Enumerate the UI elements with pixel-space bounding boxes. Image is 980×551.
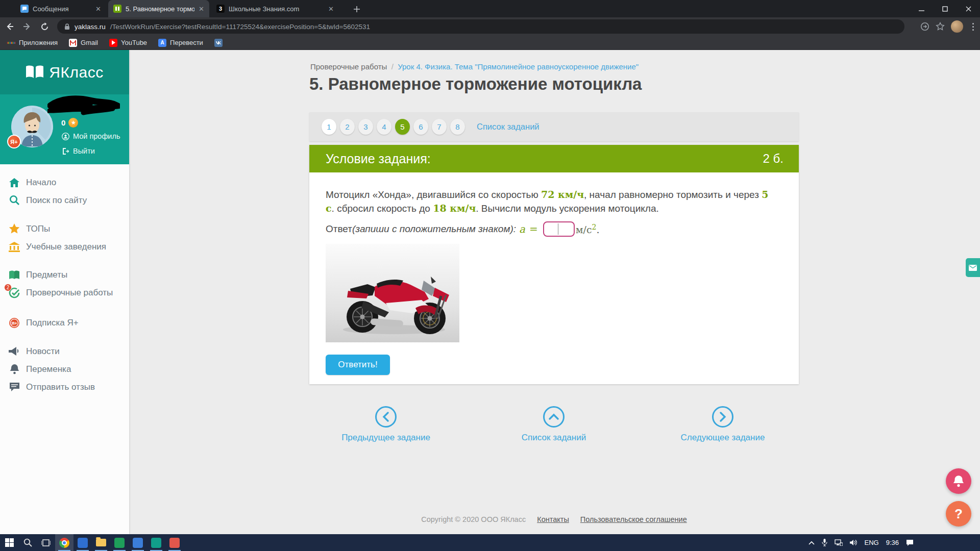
translate-icon: A: [158, 39, 166, 47]
taskbar-app-icon-6[interactable]: [165, 534, 184, 551]
taskbar-app-icon-5[interactable]: [147, 534, 165, 551]
ya-plus-avatar-badge: Я+: [7, 135, 21, 148]
taskbar-search-icon[interactable]: [18, 534, 37, 551]
sidebar-item-subjects[interactable]: Предметы: [0, 266, 129, 284]
submit-answer-button[interactable]: Ответить!: [326, 355, 390, 375]
sidebar-item-news[interactable]: Новости: [0, 342, 129, 360]
sidebar-item-schools[interactable]: Учебные заведения: [0, 238, 129, 256]
reload-icon[interactable]: [37, 19, 52, 34]
logout-icon: [62, 147, 69, 155]
speaker-icon[interactable]: [850, 539, 857, 546]
bookmark-star-icon[interactable]: [936, 22, 945, 31]
maximize-button[interactable]: [933, 0, 957, 17]
task-list-link[interactable]: Список заданий: [477, 122, 540, 132]
sidebar: ЯКласс Я+: [0, 50, 129, 534]
profile-section: Я+ 0 ★ Мой профиль Выйти: [0, 94, 129, 164]
tab-znania[interactable]: 3 Школьные Знания.com - Решае ✕: [211, 0, 339, 17]
bookmark-gmail[interactable]: Gmail: [69, 39, 98, 47]
contacts-link[interactable]: Контакты: [537, 515, 569, 523]
browser-profile-avatar[interactable]: [951, 20, 963, 33]
tab-title: Школьные Знания.com - Решае: [229, 5, 300, 13]
svg-text:Я+: Я+: [11, 320, 17, 325]
language-indicator[interactable]: ENG: [865, 539, 879, 546]
logout-link[interactable]: Выйти: [62, 147, 95, 155]
sidebar-item-subscription[interactable]: Я+ Подписка Я+: [0, 314, 129, 332]
chat-favicon-icon: [20, 5, 29, 13]
taskbar-app-icon-1[interactable]: [74, 534, 92, 551]
yaklass-logo[interactable]: ЯКласс: [0, 50, 129, 94]
sidebar-item-break[interactable]: Переменка: [0, 360, 129, 378]
tab-title: Сообщения: [33, 5, 69, 13]
sidebar-item-home[interactable]: Начало: [0, 173, 129, 191]
chevron-right-icon[interactable]: [712, 406, 733, 428]
help-floating-button[interactable]: ?: [946, 501, 971, 527]
bookmark-label: Gmail: [81, 39, 98, 46]
exercise-number-6[interactable]: 6: [413, 119, 428, 135]
sidebar-item-search[interactable]: Поиск по сайту: [0, 191, 129, 209]
breadcrumb-current-link[interactable]: Урок 4. Физика. Тема "Прямолинейное равн…: [398, 62, 639, 71]
clock[interactable]: 9:36: [886, 539, 899, 546]
sidebar-item-tops[interactable]: ТОПы: [0, 220, 129, 238]
exercise-number-3[interactable]: 3: [358, 119, 373, 135]
start-button[interactable]: [0, 534, 18, 551]
tab-close-icon[interactable]: ✕: [95, 5, 101, 13]
bookmark-label: Перевести: [170, 39, 203, 46]
bookmark-youtube[interactable]: YouTube: [109, 39, 147, 47]
copyright-text: Copyright © 2020 ООО ЯКласс: [421, 515, 526, 523]
logout-link-label: Выйти: [73, 147, 95, 155]
profile-link-label: Мой профиль: [73, 132, 120, 140]
tab-yaklass-exercise[interactable]: 5. Равномерное торможение м ✕: [108, 0, 209, 17]
notifications-floating-button[interactable]: [946, 468, 971, 494]
tab-close-icon[interactable]: ✕: [199, 5, 204, 13]
tab-messages[interactable]: Сообщения ✕: [15, 0, 106, 17]
task-view-icon[interactable]: [37, 534, 55, 551]
youtube-icon: [109, 39, 117, 47]
tab-close-icon[interactable]: ✕: [328, 5, 334, 13]
next-task-nav[interactable]: Следующее задание: [672, 406, 774, 443]
exercise-number-1[interactable]: 1: [322, 119, 336, 135]
taskbar-app-icon-4[interactable]: [129, 534, 147, 551]
tray-chevron-icon[interactable]: [808, 541, 815, 545]
bookmark-translate[interactable]: A Перевести: [158, 39, 203, 47]
exercise-number-4[interactable]: 4: [377, 119, 391, 135]
address-bar[interactable]: yaklass.ru/TestWorkRun/Exercise?testResu…: [57, 19, 904, 34]
condition-points: 2 б.: [763, 152, 783, 166]
taskbar-app-icon-2[interactable]: [92, 534, 110, 551]
browser-menu-icon[interactable]: [969, 23, 977, 31]
chevron-up-icon[interactable]: [543, 406, 565, 428]
minimize-button[interactable]: [910, 0, 933, 17]
breadcrumb-root[interactable]: Проверочные работы: [310, 62, 387, 71]
page-footer: Copyright © 2020 ООО ЯКласс Контакты Пол…: [309, 515, 799, 523]
bookmark-vk[interactable]: [214, 39, 223, 47]
exercise-number-8[interactable]: 8: [450, 119, 465, 135]
taskbar-chrome-icon[interactable]: [55, 534, 74, 551]
bookmarks-bar: Приложения Gmail YouTube A Перевести: [0, 36, 980, 50]
feedback-edge-tab[interactable]: [966, 258, 980, 277]
unit-label: м/с2.: [576, 223, 600, 235]
action-center-icon[interactable]: [906, 539, 914, 546]
exercise-number-7[interactable]: 7: [432, 119, 447, 135]
new-tab-button[interactable]: [350, 3, 363, 16]
network-icon[interactable]: [835, 539, 843, 546]
sidebar-menu: Начало Поиск по сайту ТОПы Учебные завед…: [0, 164, 129, 396]
profile-link[interactable]: Мой профиль: [62, 132, 120, 140]
forward-icon[interactable]: [19, 19, 35, 34]
bookmark-apps[interactable]: Приложения: [7, 39, 58, 47]
exercise-number-5-active[interactable]: 5: [395, 119, 410, 135]
user-agreement-link[interactable]: Пользовательское соглашение: [580, 515, 687, 523]
microphone-icon[interactable]: [822, 539, 827, 546]
taskbar-app-icon-3[interactable]: [110, 534, 129, 551]
send-icon[interactable]: [920, 22, 929, 31]
chevron-left-icon[interactable]: [375, 406, 397, 428]
close-button[interactable]: [957, 0, 980, 17]
comment-icon: [8, 381, 21, 393]
previous-task-nav[interactable]: Предыдущее задание: [335, 406, 437, 443]
task-list-nav[interactable]: Список заданий: [503, 406, 605, 443]
sidebar-item-tests[interactable]: 2 Проверочные работы: [0, 284, 129, 302]
back-icon[interactable]: [2, 19, 17, 34]
window-controls: [910, 0, 980, 17]
sidebar-item-feedback[interactable]: Отправить отзыв: [0, 378, 129, 396]
browser-nav-bar: yaklass.ru/TestWorkRun/Exercise?testResu…: [0, 17, 980, 36]
exercise-number-2[interactable]: 2: [340, 119, 355, 135]
answer-input[interactable]: [543, 221, 575, 237]
